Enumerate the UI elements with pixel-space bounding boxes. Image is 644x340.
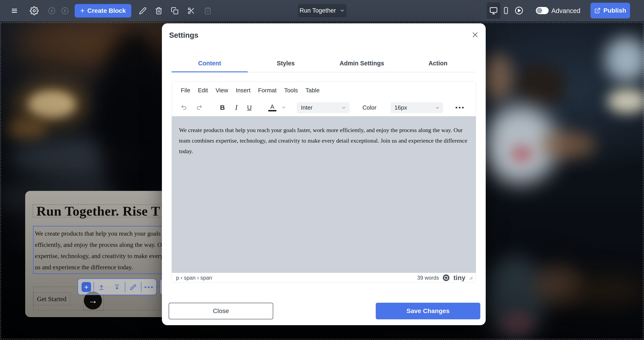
trash-icon bbox=[155, 7, 162, 14]
arrow-down-to-line-icon bbox=[114, 284, 120, 291]
divider bbox=[141, 282, 142, 293]
close-icon bbox=[472, 31, 479, 38]
arrow-up-from-line-icon bbox=[98, 284, 105, 291]
tab-content[interactable]: Content bbox=[172, 55, 248, 72]
undo-icon bbox=[180, 104, 188, 111]
cta-label-box[interactable]: Get Started bbox=[33, 292, 70, 305]
main-menu-button[interactable] bbox=[10, 6, 19, 15]
element-path[interactable]: p › span › span bbox=[176, 275, 212, 281]
pencil-icon bbox=[130, 284, 136, 290]
copy-icon bbox=[171, 7, 178, 14]
paste-block-button[interactable] bbox=[203, 6, 212, 15]
more-options-button[interactable]: ●●● bbox=[144, 282, 154, 293]
text-color-icon: A bbox=[270, 104, 274, 110]
plus-icon: + bbox=[80, 7, 84, 14]
duplicate-block-button[interactable] bbox=[170, 6, 179, 15]
external-link-icon bbox=[594, 7, 600, 14]
create-block-label: Create Block bbox=[87, 7, 126, 14]
font-family-value: Inter bbox=[301, 104, 312, 111]
menu-format[interactable]: Format bbox=[258, 87, 276, 94]
advanced-toggle[interactable] bbox=[536, 7, 549, 14]
editor-menubar: File Edit View Insert Format Tools Table bbox=[172, 82, 476, 99]
history-forward-button[interactable] bbox=[60, 6, 70, 15]
edit-block-button[interactable] bbox=[138, 6, 147, 15]
pencil-icon bbox=[139, 7, 146, 14]
edit-text-button[interactable] bbox=[128, 282, 138, 293]
toolbar-more-button[interactable]: ●●● bbox=[453, 102, 467, 113]
scissors-icon bbox=[187, 7, 195, 14]
close-modal-button[interactable] bbox=[470, 30, 480, 40]
close-button[interactable]: Close bbox=[169, 303, 273, 319]
tab-action[interactable]: Action bbox=[400, 55, 476, 72]
word-count[interactable]: 39 words bbox=[417, 275, 439, 281]
divider bbox=[125, 282, 125, 293]
menu-tools[interactable]: Tools bbox=[284, 87, 298, 94]
history-back-button[interactable] bbox=[47, 6, 56, 15]
editor-content-area[interactable]: We create products that help you reach y… bbox=[172, 116, 476, 273]
text-color-menu-button[interactable] bbox=[280, 102, 288, 113]
menu-view[interactable]: View bbox=[216, 87, 228, 94]
advanced-label: Advanced bbox=[551, 0, 580, 21]
modal-tabs: Content Styles Admin Settings Action bbox=[172, 55, 476, 72]
menu-insert[interactable]: Insert bbox=[236, 87, 250, 94]
resize-handle-icon[interactable] bbox=[469, 276, 473, 280]
divider bbox=[94, 282, 94, 293]
monitor-icon bbox=[489, 6, 498, 15]
toggle-knob bbox=[537, 8, 542, 13]
circle-arrow-left-icon bbox=[48, 6, 56, 15]
move-up-button[interactable] bbox=[96, 282, 107, 293]
publish-label: Publish bbox=[603, 7, 626, 14]
undo-button[interactable] bbox=[178, 102, 190, 113]
tiny-brand-label: tiny bbox=[453, 274, 466, 282]
cta-label: Get Started bbox=[37, 295, 66, 303]
current-color-swatch bbox=[268, 110, 276, 111]
publish-button[interactable]: Publish bbox=[590, 3, 630, 18]
gear-icon bbox=[30, 6, 39, 15]
text-color-button[interactable]: A bbox=[267, 102, 278, 113]
chevron-down-icon bbox=[340, 8, 345, 13]
menu-edit[interactable]: Edit bbox=[198, 87, 208, 94]
menu-table[interactable]: Table bbox=[306, 87, 320, 94]
menu-file[interactable]: File bbox=[181, 87, 190, 94]
underline-button[interactable]: U bbox=[244, 102, 255, 113]
cta-circle-selection-box bbox=[83, 294, 104, 311]
mobile-view-button[interactable] bbox=[501, 2, 511, 19]
desktop-view-button[interactable] bbox=[487, 2, 500, 19]
clipboard-check-icon bbox=[204, 7, 212, 14]
add-block-button[interactable]: + bbox=[82, 282, 91, 292]
block-toolbar: + ●●● bbox=[78, 279, 157, 295]
rich-text-editor: File Edit View Insert Format Tools Table… bbox=[172, 81, 476, 283]
underline-icon: U bbox=[247, 104, 252, 111]
font-family-select[interactable]: Inter bbox=[297, 102, 350, 113]
page-selector[interactable]: Run Together bbox=[298, 4, 346, 17]
move-down-button[interactable] bbox=[112, 282, 122, 293]
site-settings-button[interactable] bbox=[30, 6, 39, 15]
editor-toolbar: B I U A Inter Color 16px bbox=[172, 99, 476, 116]
app-window: Run Together. Rise T We create products … bbox=[0, 0, 644, 340]
topbar: + Create Block Run Together bbox=[0, 0, 644, 21]
redo-icon bbox=[196, 104, 202, 111]
tab-styles[interactable]: Styles bbox=[248, 55, 324, 72]
redo-button[interactable] bbox=[194, 102, 204, 113]
circle-arrow-right-icon bbox=[61, 6, 69, 15]
hamburger-icon bbox=[10, 7, 18, 15]
create-block-button[interactable]: + Create Block bbox=[75, 4, 131, 17]
bold-icon: B bbox=[220, 104, 225, 111]
chevron-down-icon bbox=[435, 105, 440, 110]
preview-play-button[interactable] bbox=[513, 2, 525, 19]
editor-statusbar: p › span › span 39 words tiny bbox=[172, 273, 476, 283]
italic-button[interactable]: I bbox=[231, 102, 242, 113]
delete-block-button[interactable] bbox=[154, 6, 163, 15]
tab-admin-settings[interactable]: Admin Settings bbox=[324, 55, 400, 72]
save-changes-button[interactable]: Save Changes bbox=[376, 303, 480, 319]
bold-button[interactable]: B bbox=[217, 102, 228, 113]
plus-icon: + bbox=[84, 283, 88, 291]
chevron-down-icon bbox=[282, 105, 286, 110]
modal-title: Settings bbox=[169, 31, 198, 39]
italic-icon: I bbox=[235, 104, 238, 112]
font-size-select[interactable]: 16px bbox=[390, 102, 443, 113]
color-section-label: Color bbox=[362, 99, 376, 116]
smartphone-icon bbox=[502, 7, 510, 14]
cut-block-button[interactable] bbox=[187, 6, 196, 15]
font-size-value: 16px bbox=[394, 104, 407, 111]
